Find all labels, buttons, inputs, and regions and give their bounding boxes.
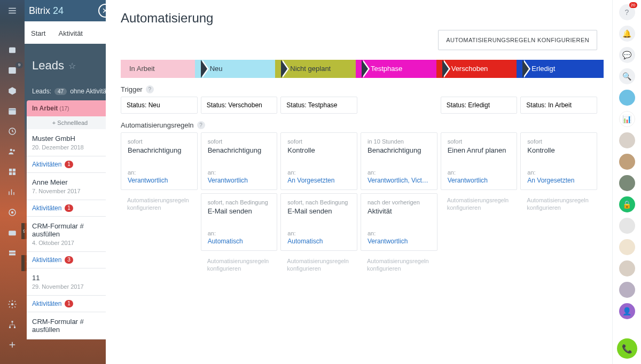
lock-icon[interactable]: 🔒 bbox=[619, 196, 635, 212]
svg-point-4 bbox=[10, 149, 13, 152]
sitemap-icon[interactable] bbox=[7, 319, 18, 330]
configure-rules-button[interactable]: AUTOMATISIERUNGSREGELN KONFIGURIEREN bbox=[438, 30, 597, 50]
rule-card[interactable]: sofortBenachrichtigungan:Verantwortlich bbox=[121, 132, 198, 190]
kanban-card[interactable]: Muster GmbH20. Dezember 2018 bbox=[27, 129, 113, 156]
rules-row-2: Automatisierungsregeln konfigurieren sof… bbox=[106, 193, 612, 251]
kanban-stage[interactable]: In Arbeit (17) bbox=[27, 100, 113, 116]
profile-icon[interactable]: 👤 bbox=[619, 303, 635, 319]
rule-card[interactable]: sofortKontrollean:An Vorgesetzten bbox=[520, 132, 597, 190]
bg-tabs: Start Aktivität bbox=[25, 21, 115, 43]
automation-modal: Automatisierung AUTOMATISIERUNGSREGELN K… bbox=[106, 0, 612, 364]
chat-icon[interactable]: 💬 bbox=[619, 47, 635, 63]
calendar-icon[interactable] bbox=[7, 106, 18, 116]
rules-row-3: Automatisierungsregeln konfigurieren Aut… bbox=[106, 254, 612, 276]
clock-icon[interactable] bbox=[7, 126, 18, 137]
quick-lead-button[interactable]: + Schnelllead bbox=[27, 116, 113, 129]
trigger-cell[interactable]: Status: Erledigt bbox=[441, 97, 518, 114]
svg-point-11 bbox=[11, 211, 14, 214]
modal-title: Automatisierung bbox=[121, 11, 597, 26]
card-icon[interactable] bbox=[7, 227, 18, 238]
kanban-card[interactable]: 1129. November 2017 bbox=[27, 268, 113, 296]
svg-rect-9 bbox=[13, 172, 15, 175]
avatar[interactable] bbox=[619, 260, 635, 276]
rule-card[interactable]: sofort, nach BedingungE-Mail sendenan:Au… bbox=[201, 193, 278, 251]
kanban-activities[interactable]: Aktivitäten1 bbox=[27, 200, 113, 217]
left-icon-bar: 9 99+ ✓2 bbox=[0, 0, 25, 364]
leads-stats: Leads: 47 ohne Aktivität bbox=[25, 78, 115, 100]
rule-ghost[interactable]: Automatisierungsregeln konfigurieren bbox=[121, 193, 198, 251]
svg-rect-17 bbox=[9, 327, 11, 328]
tasks-badge: 9 bbox=[15, 62, 23, 68]
rule-ghost[interactable]: Automatisierungsregeln konfigurieren bbox=[441, 193, 518, 251]
call-button[interactable]: 📞 bbox=[617, 338, 637, 359]
svg-rect-6 bbox=[9, 169, 12, 171]
box-icon[interactable] bbox=[7, 85, 18, 96]
stage-in-arbeit[interactable]: In Arbeit bbox=[121, 60, 201, 78]
svg-rect-0 bbox=[9, 48, 15, 53]
rule-card[interactable]: in 10 StundenBenachrichtigungan:Verantwo… bbox=[361, 132, 437, 190]
avatar[interactable] bbox=[619, 154, 635, 170]
trigger-cell[interactable]: Status: Testphase bbox=[280, 97, 357, 114]
rule-ghost[interactable]: Automatisierungsregeln konfigurieren bbox=[201, 254, 278, 276]
bell-icon[interactable]: 🔔 bbox=[619, 26, 635, 42]
avatar[interactable]: 📊 bbox=[619, 111, 635, 127]
triggers-row: Status: Neu Status: Verschoben Status: T… bbox=[106, 97, 612, 114]
avatar[interactable] bbox=[619, 90, 635, 106]
search-icon[interactable]: 🔍 bbox=[619, 68, 635, 84]
help-icon[interactable]: ? bbox=[146, 85, 154, 93]
svg-rect-7 bbox=[13, 169, 15, 171]
svg-rect-12 bbox=[9, 231, 16, 235]
rule-card[interactable]: sofortBenachrichtigungan:Verantwortlich bbox=[201, 132, 278, 190]
kanban-activities[interactable]: Aktivitäten1 bbox=[27, 156, 113, 173]
svg-point-15 bbox=[11, 303, 14, 306]
tab-activity[interactable]: Aktivität bbox=[52, 24, 89, 43]
svg-rect-2 bbox=[9, 108, 16, 115]
kanban-card[interactable]: CRM-Formular # ausfüllen bbox=[27, 312, 113, 339]
tab-start[interactable]: Start bbox=[25, 24, 52, 43]
plus-icon[interactable] bbox=[7, 339, 18, 350]
help-icon[interactable]: ? bbox=[197, 121, 205, 129]
trigger-cell[interactable]: Status: In Arbeit bbox=[520, 97, 597, 114]
rule-ghost[interactable]: Automatisierungsregeln konfigurieren bbox=[361, 254, 437, 276]
avatar[interactable] bbox=[619, 218, 635, 234]
kanban-column: In Arbeit (17) + Schnelllead Muster GmbH… bbox=[25, 100, 115, 339]
stage-pipeline: In Arbeit Neu Nicht geplant Testphase Ve… bbox=[106, 60, 612, 78]
target-icon[interactable] bbox=[7, 207, 18, 218]
tasks-icon[interactable]: 9 bbox=[7, 65, 18, 76]
kanban-activities[interactable]: Aktivitäten1 bbox=[27, 296, 113, 312]
avatar[interactable] bbox=[619, 175, 635, 191]
trigger-cell[interactable]: Status: Neu bbox=[121, 97, 198, 114]
background-page: Bitrix 24 ✕ Start Aktivität Leads ☆ Lead… bbox=[25, 0, 115, 364]
svg-rect-16 bbox=[12, 321, 13, 322]
rule-card[interactable]: sofortKontrollean:An Vorgesetzten bbox=[280, 132, 357, 190]
kanban-card[interactable]: Anne Meier7. November 2017 bbox=[27, 173, 113, 200]
right-rail: ?20 🔔 💬 🔍 📊 🔒 👤 📞 bbox=[612, 0, 641, 364]
avatar[interactable] bbox=[619, 239, 635, 255]
rule-card[interactable]: nach der vorherigenAktivitätan:Verantwor… bbox=[361, 193, 437, 251]
rule-card[interactable]: sofort, nach BedingungE-Mail sendenan:Au… bbox=[280, 193, 357, 251]
rules-label: Automatisierungsregeln? bbox=[106, 114, 612, 132]
widget-icon[interactable] bbox=[7, 45, 18, 56]
kanban-card[interactable]: CRM-Formular # ausfüllen4. Oktober 2017 bbox=[27, 217, 113, 252]
rule-ghost[interactable]: Automatisierungsregeln konfigurieren bbox=[280, 254, 357, 276]
help-icon[interactable]: ?20 bbox=[619, 4, 635, 20]
svg-rect-1 bbox=[9, 67, 16, 74]
trigger-cell[interactable]: Status: Verschoben bbox=[201, 97, 278, 114]
star-icon[interactable]: ☆ bbox=[68, 61, 76, 71]
menu-icon[interactable] bbox=[7, 5, 18, 16]
rules-row-1: sofortBenachrichtigungan:Verantwortlich … bbox=[106, 132, 612, 190]
settings-icon[interactable] bbox=[7, 299, 18, 310]
svg-rect-8 bbox=[9, 172, 12, 175]
drawer-icon[interactable] bbox=[7, 248, 18, 258]
rule-ghost[interactable]: Automatisierungsregeln konfigurieren bbox=[520, 193, 597, 251]
rule-card[interactable]: sofortEinen Anruf planenan:Verantwortlic… bbox=[441, 132, 518, 190]
page-title: Leads ☆ bbox=[25, 44, 115, 78]
people-icon[interactable] bbox=[7, 146, 18, 157]
chart-icon[interactable] bbox=[7, 187, 18, 197]
app-logo: Bitrix 24 bbox=[29, 5, 64, 17]
avatar[interactable] bbox=[619, 282, 635, 298]
grid-icon[interactable] bbox=[7, 167, 18, 177]
svg-point-5 bbox=[13, 149, 15, 152]
kanban-activities[interactable]: Aktivitäten3 bbox=[27, 252, 113, 268]
avatar[interactable] bbox=[619, 132, 635, 148]
